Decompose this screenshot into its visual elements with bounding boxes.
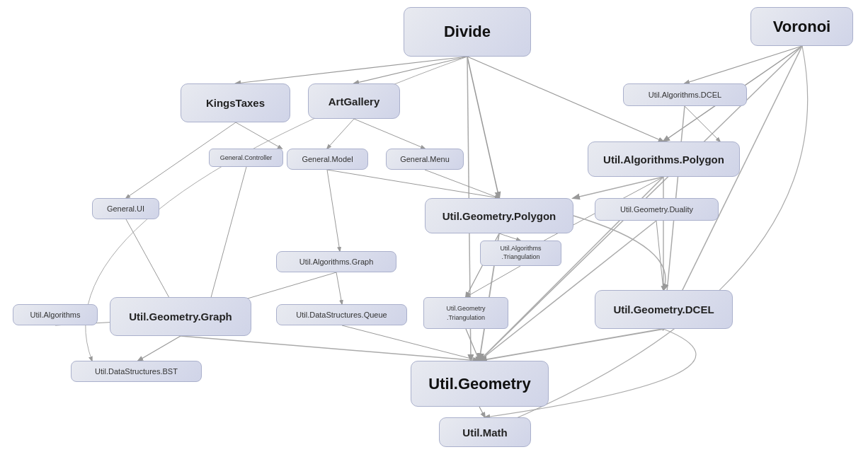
node-util-geometry-duality[interactable]: Util.Geometry.Duality [595,198,719,221]
svg-line-18 [573,177,663,198]
node-general-menu[interactable]: General.Menu [386,149,464,170]
node-util-algorithms-triangulation[interactable]: Util.Algorithms .Triangulation [480,241,561,266]
node-voronoi[interactable]: Voronoi [750,7,853,46]
node-general-model[interactable]: General.Model [287,149,368,170]
svg-line-24 [499,233,520,241]
node-util-algorithms-polygon[interactable]: Util.Algorithms.Polygon [588,141,740,177]
node-util-geometry[interactable]: Util.Geometry [411,361,549,407]
node-artgallery[interactable]: ArtGallery [308,83,400,119]
node-divide[interactable]: Divide [404,7,531,57]
svg-line-36 [342,325,479,361]
node-util-algorithms-graph[interactable]: Util.Algorithms.Graph [276,251,396,272]
svg-line-0 [236,57,467,83]
svg-line-14 [327,170,340,251]
node-util-algorithms-dcel[interactable]: Util.Algorithms.DCEL [623,83,747,106]
svg-line-32 [138,336,181,361]
svg-line-38 [479,407,485,417]
node-util-datastructures-bst[interactable]: Util.DataStructures.BST [71,361,202,382]
node-util-geometry-polygon[interactable]: Util.Geometry.Polygon [425,198,573,233]
node-util-math[interactable]: Util.Math [439,417,531,447]
svg-line-1 [354,57,467,83]
node-util-datastructures-queue[interactable]: Util.DataStructures.Queue [276,304,407,325]
svg-line-33 [181,336,479,361]
svg-line-9 [236,122,282,149]
svg-line-34 [466,329,479,361]
svg-line-2 [467,57,499,198]
svg-line-12 [354,119,425,149]
diagram-container: Divide Voronoi KingsTaxes ArtGallery Uti… [0,0,868,452]
node-general-controller[interactable]: General.Controller [209,149,283,167]
svg-line-30 [336,272,342,304]
svg-line-13 [205,167,246,318]
svg-line-22 [685,106,720,141]
node-general-ui[interactable]: General.UI [92,198,159,219]
node-util-geometry-dcel[interactable]: Util.Geometry.DCEL [595,290,733,329]
svg-line-29 [466,266,520,297]
node-kingstaxes[interactable]: KingsTaxes [181,83,290,122]
svg-line-5 [685,46,802,83]
node-util-geometry-triangulation[interactable]: Util.Geometry .Triangulation [423,297,508,329]
svg-line-27 [656,221,663,290]
svg-line-35 [479,329,663,361]
svg-line-16 [425,170,499,198]
svg-line-11 [327,119,354,149]
node-util-geometry-graph[interactable]: Util.Geometry.Graph [110,297,251,336]
svg-line-15 [327,170,499,198]
node-util-algorithms[interactable]: Util.Algorithms [13,304,98,325]
